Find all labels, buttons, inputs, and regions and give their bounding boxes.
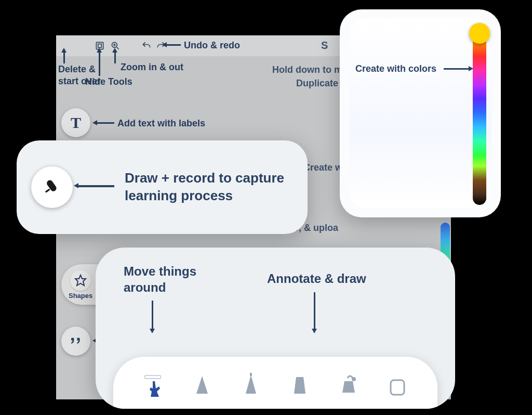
arrow-head-down-icon bbox=[312, 329, 317, 333]
popover-labels: Move things around Annotate & draw bbox=[96, 263, 455, 326]
move-tool[interactable] bbox=[139, 369, 168, 406]
arrow-head-right-icon bbox=[469, 66, 473, 71]
marker-tool[interactable] bbox=[285, 369, 314, 406]
svg-marker-18 bbox=[294, 377, 305, 394]
arrow-line bbox=[152, 301, 153, 330]
annotate-label: Annotate & draw bbox=[267, 271, 366, 286]
pen-tool[interactable] bbox=[236, 369, 265, 406]
fill-tool[interactable] bbox=[334, 369, 363, 406]
arrow-line bbox=[78, 185, 114, 187]
move-label: Move things around bbox=[124, 263, 196, 295]
svg-rect-14 bbox=[145, 376, 160, 378]
color-slider-thumb[interactable] bbox=[469, 23, 490, 44]
color-slider[interactable] bbox=[473, 28, 486, 205]
svg-rect-17 bbox=[250, 373, 252, 376]
arrow-head-down-icon bbox=[150, 329, 155, 333]
svg-marker-15 bbox=[196, 376, 208, 394]
pencil-tool[interactable] bbox=[188, 369, 217, 406]
svg-rect-12 bbox=[45, 188, 50, 192]
color-popover: Create with colors bbox=[340, 9, 501, 217]
svg-rect-20 bbox=[391, 380, 404, 395]
arrow-head-left-icon bbox=[74, 183, 78, 188]
drawing-toolbar bbox=[113, 357, 437, 409]
color-popover-label: Create with colors bbox=[355, 63, 436, 74]
svg-marker-16 bbox=[246, 375, 256, 394]
arrow-line bbox=[444, 68, 470, 70]
drawing-toolbar-popover: Move things around Annotate & draw bbox=[96, 248, 455, 409]
color-popover-panel bbox=[349, 19, 491, 208]
eraser-tool[interactable] bbox=[383, 369, 412, 406]
arrow-line bbox=[314, 292, 315, 330]
record-popover: Draw + record to capture learning proces… bbox=[17, 140, 308, 234]
record-button[interactable] bbox=[31, 166, 73, 208]
record-popover-text: Draw + record to capture learning proces… bbox=[125, 170, 291, 205]
